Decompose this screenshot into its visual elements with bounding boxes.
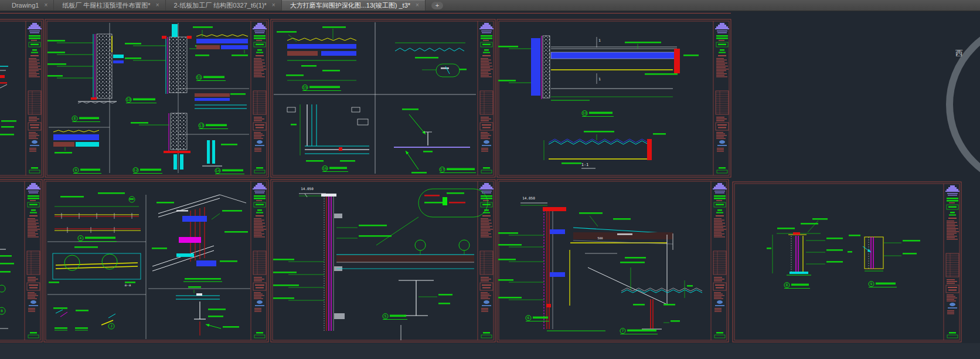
svg-text:11: 11 (197, 75, 202, 79)
file-tab-3[interactable]: 2-纸板加工厂 结构图0327_t6(1)*× (166, 0, 282, 11)
drawing-sheet-bottom-d: 4a-aJ (44, 180, 268, 342)
svg-text:9: 9 (870, 282, 873, 286)
svg-text:14.050: 14.050 (301, 187, 314, 191)
drawing-sheet-top-c: 11101-1 (497, 19, 731, 177)
file-tab-label: Drawing1 (12, 2, 39, 9)
file-tab-1[interactable]: Drawing1× (4, 0, 54, 11)
file-tab-2[interactable]: 纸板厂 牛腿柱顶预埋件布置图*× (54, 0, 165, 11)
new-tab-button[interactable]: + (431, 2, 443, 9)
svg-text:B: B (1, 309, 3, 313)
svg-text:9: 9 (75, 168, 77, 172)
svg-text:1-1: 1-1 (581, 162, 589, 167)
drawing-sheet-bottom-f: 14.05050067 (497, 180, 729, 342)
drawing-sheet-bottom-e: 14.0505 (271, 180, 495, 342)
drawing-sheet-top-a: 810111312914 (45, 19, 268, 177)
svg-text:8: 8 (74, 116, 76, 120)
svg-text:12: 12 (134, 168, 138, 172)
cad-application-window: Drawing1×纸板厂 牛腿柱顶预埋件布置图*×2-纸板加工厂 结构图0327… (0, 0, 980, 359)
drawing-sheet-bottom-g: 89 (733, 182, 961, 342)
svg-text:16: 16 (323, 166, 328, 170)
svg-text:14.050: 14.050 (522, 196, 535, 200)
drawing-sheet-top-b: 151617 (271, 19, 495, 177)
tab-close-icon[interactable]: × (156, 2, 159, 8)
svg-text:4: 4 (80, 236, 82, 240)
svg-text:13: 13 (199, 123, 204, 127)
svg-text:7: 7 (622, 328, 624, 333)
tab-close-icon[interactable]: × (44, 2, 47, 8)
drawing-sheet-bottom-offscreen (0, 180, 42, 342)
canvas-background (0, 343, 980, 359)
cad-scene: 81011131291415161711101-14a-aJ14.050514.… (0, 11, 980, 359)
drawing-tab-bar: Drawing1×纸板厂 牛腿柱顶预埋件布置图*×2-纸板加工厂 结构图0327… (0, 0, 980, 11)
svg-text:J: J (110, 324, 113, 328)
file-tab-label: 大方打磨车间围护深化图...13(竣工图) _t3* (290, 1, 410, 10)
tab-close-icon[interactable]: × (272, 2, 275, 8)
svg-text:1: 1 (598, 38, 601, 42)
svg-text:6: 6 (528, 316, 530, 320)
drawing-canvas[interactable]: 81011131291415161711101-14a-aJ14.050514.… (0, 11, 980, 359)
drawing-sheet-top-offscreen (0, 19, 43, 177)
viewcube-ring[interactable] (950, 23, 980, 185)
svg-text:17: 17 (440, 167, 445, 171)
svg-text:10: 10 (127, 97, 131, 101)
svg-text:15: 15 (303, 85, 308, 89)
viewcube-compass-west-label[interactable]: 西 (955, 48, 963, 59)
svg-text:5: 5 (384, 314, 387, 318)
svg-text:14: 14 (216, 168, 220, 172)
svg-text:10: 10 (583, 111, 587, 115)
svg-text:a-a: a-a (125, 283, 131, 287)
file-tab-label: 纸板厂 牛腿柱顶预埋件布置图* (62, 1, 150, 10)
svg-text:500: 500 (597, 236, 603, 240)
svg-text:1: 1 (598, 77, 601, 81)
tab-close-icon[interactable]: × (416, 2, 419, 8)
file-tab-4[interactable]: 大方打磨车间围护深化图...13(竣工图) _t3*× (282, 0, 426, 11)
svg-text:8: 8 (786, 283, 788, 287)
file-tab-label: 2-纸板加工厂 结构图0327_t6(1)* (174, 1, 267, 10)
